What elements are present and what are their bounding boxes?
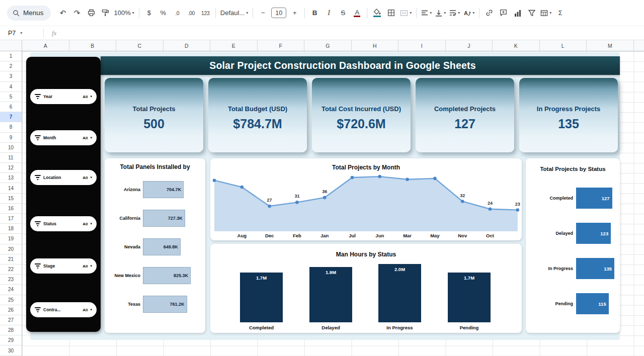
row-header-5[interactable]: 5 <box>0 92 22 102</box>
menus-icon <box>13 10 20 17</box>
row-header-30[interactable]: 30 <box>0 345 22 355</box>
print-button[interactable] <box>85 6 98 20</box>
text-wrap-dropdown[interactable]: ▾ <box>448 6 461 20</box>
strikethrough-button[interactable]: S <box>336 6 350 20</box>
column-header-a[interactable]: A <box>22 40 69 51</box>
filter-year-dropdown[interactable]: YearAll▾ <box>30 89 97 104</box>
row-header-15[interactable]: 15 <box>0 194 22 204</box>
panels-installed-chart-panel[interactable]: Total Panels Installed by Arizona704.7KC… <box>105 158 205 333</box>
borders-button[interactable] <box>384 6 398 20</box>
formula-input[interactable] <box>56 26 644 40</box>
projects-by-status-chart-panel[interactable]: Total Projects by Status Completed127Del… <box>526 158 620 333</box>
row-header-13[interactable]: 13 <box>0 173 22 183</box>
decrease-font-size-button[interactable]: − <box>256 6 270 20</box>
row-header-9[interactable]: 9 <box>0 133 22 143</box>
row-header-2[interactable]: 2 <box>0 61 22 71</box>
row-header-1[interactable]: 1 <box>0 51 22 61</box>
insert-chart-button[interactable] <box>511 6 524 20</box>
horizontal-align-dropdown[interactable]: ▾ <box>420 6 433 20</box>
row-header-17[interactable]: 17 <box>0 214 22 224</box>
redo-button[interactable]: ↷ <box>70 6 84 20</box>
paint-format-button[interactable] <box>99 6 112 20</box>
column-header-k[interactable]: K <box>493 40 540 51</box>
row-header-24[interactable]: 24 <box>0 285 22 295</box>
man-hours-chart-panel[interactable]: Man Hours by Status 1.7MCompleted1.9MDel… <box>210 244 522 333</box>
row-headers: 1234567891011121314151617181920212223242… <box>0 51 22 356</box>
filter-month-dropdown[interactable]: MonthAll▾ <box>30 130 97 145</box>
projects-by-month-chart-panel[interactable]: Total Projects by Month 273136322423AugD… <box>210 158 522 240</box>
toolbar-divider <box>139 8 139 18</box>
column-header-f[interactable]: F <box>258 40 305 51</box>
row-header-21[interactable]: 21 <box>0 254 22 264</box>
filter-views-icon <box>540 10 548 17</box>
column-header-m[interactable]: M <box>587 40 634 51</box>
kpi-label: Total Projects <box>132 105 175 113</box>
value-label: 115 <box>598 301 606 307</box>
more-formats-button[interactable]: 123 <box>199 6 212 20</box>
status-row: Completed127 <box>526 188 620 209</box>
row-header-18[interactable]: 18 <box>0 224 22 234</box>
undo-button[interactable]: ↶ <box>56 6 70 20</box>
row-header-23[interactable]: 23 <box>0 275 22 285</box>
fill-color-button[interactable] <box>370 6 384 20</box>
column-header-e[interactable]: E <box>210 40 258 51</box>
row-header-29[interactable]: 29 <box>0 335 22 345</box>
column-header-j[interactable]: J <box>446 40 493 51</box>
menus-pill[interactable]: Menus <box>7 6 51 21</box>
select-all-corner[interactable] <box>0 40 22 51</box>
column-header-b[interactable]: B <box>69 40 117 51</box>
filter-contra-dropdown[interactable]: Contra...All▾ <box>30 302 97 317</box>
column-header-l[interactable]: L <box>540 40 587 51</box>
bold-button[interactable]: B <box>308 6 321 20</box>
value-label: 127 <box>602 196 610 201</box>
row-header-22[interactable]: 22 <box>0 264 22 275</box>
row-header-7[interactable]: 7 <box>0 112 22 122</box>
name-box[interactable]: P7 ▾ <box>0 26 43 40</box>
font-size-box[interactable]: 10 <box>271 8 286 18</box>
functions-button[interactable]: Σ <box>553 6 567 20</box>
font-dropdown[interactable]: Defaul...▾ <box>219 6 250 20</box>
chevron-down-icon: ▾ <box>458 11 460 15</box>
row-header-28[interactable]: 28 <box>0 325 22 335</box>
row-header-20[interactable]: 20 <box>0 244 22 254</box>
chevron-down-icon: ▾ <box>90 175 92 180</box>
row-header-26[interactable]: 26 <box>0 305 22 315</box>
row-header-6[interactable]: 6 <box>0 102 22 112</box>
decrease-decimal-places-button[interactable]: .0 <box>171 6 184 20</box>
column-header-c[interactable]: C <box>116 40 164 51</box>
merge-cells-dropdown[interactable]: ▾ <box>398 6 413 20</box>
row-header-8[interactable]: 8 <box>0 122 22 132</box>
row-header-19[interactable]: 19 <box>0 234 22 244</box>
column-header-i[interactable]: I <box>398 40 446 51</box>
italic-button[interactable]: I <box>322 6 336 20</box>
text-color-button[interactable]: A <box>350 6 364 20</box>
text-rotation-dropdown[interactable]: A▾ <box>462 6 476 20</box>
filter-stage-dropdown[interactable]: StageAll▾ <box>30 258 97 274</box>
row-header-14[interactable]: 14 <box>0 183 22 193</box>
row-header-27[interactable]: 27 <box>0 315 22 325</box>
format-as-percent-button[interactable]: % <box>156 6 170 20</box>
panels-row: Texas761.2K <box>105 296 202 313</box>
row-header-3[interactable]: 3 <box>0 71 22 81</box>
increase-decimal-places-button[interactable]: .00 <box>185 6 198 20</box>
row-header-4[interactable]: 4 <box>0 82 22 92</box>
increase-font-size-button[interactable]: + <box>288 6 301 20</box>
filter-icon <box>35 307 41 312</box>
zoom-dropdown[interactable]: 100%▾ <box>113 6 136 20</box>
row-header-12[interactable]: 12 <box>0 163 22 173</box>
filter-views-dropdown[interactable]: ▾ <box>539 6 553 20</box>
insert-link-button[interactable] <box>482 6 496 20</box>
vertical-align-dropdown[interactable]: ▾ <box>434 6 447 20</box>
insert-comment-button[interactable] <box>497 6 510 20</box>
column-header-d[interactable]: D <box>164 40 211 51</box>
row-header-11[interactable]: 11 <box>0 153 22 163</box>
column-header-h[interactable]: H <box>352 40 399 51</box>
filter-location-dropdown[interactable]: LocationAll▾ <box>30 170 97 185</box>
column-header-g[interactable]: G <box>304 40 352 51</box>
format-as-currency-button[interactable]: $ <box>142 6 156 20</box>
create-filter-button[interactable] <box>525 6 538 20</box>
filter-status-dropdown[interactable]: StatusAll▾ <box>30 216 97 231</box>
row-header-16[interactable]: 16 <box>0 204 22 214</box>
row-header-25[interactable]: 25 <box>0 295 22 305</box>
row-header-10[interactable]: 10 <box>0 143 22 153</box>
